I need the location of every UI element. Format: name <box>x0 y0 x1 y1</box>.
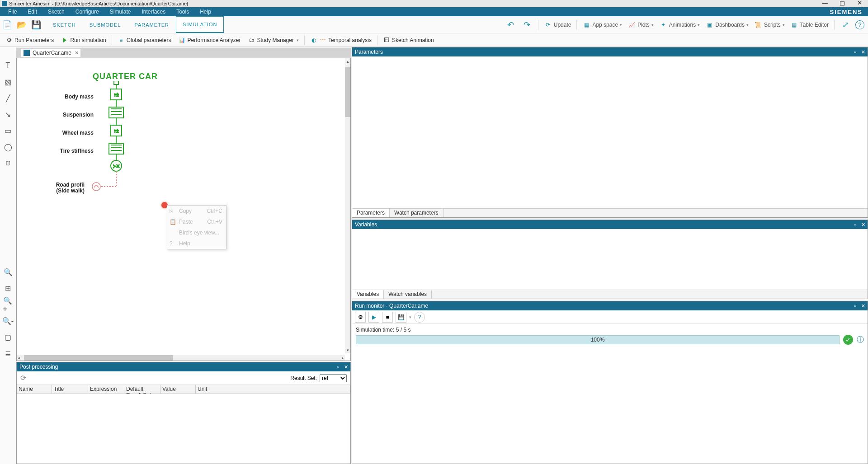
menu-edit[interactable]: Edit <box>22 9 42 15</box>
gear-icon: ⚙ <box>358 314 363 320</box>
close-button[interactable]: ✕ <box>851 0 868 7</box>
sketch-animation-button[interactable]: 🎞Sketch Animation <box>379 33 438 47</box>
run-parameters-button[interactable]: ⚙Run Parameters <box>2 33 57 47</box>
global-parameters-button[interactable]: ≡Global parameters <box>114 33 175 47</box>
menu-tools[interactable]: Tools <box>171 9 194 15</box>
ctx-help[interactable]: ?Help <box>167 238 226 249</box>
dock-icon[interactable]: ▫ <box>852 222 858 227</box>
temporal-analysis-button[interactable]: ◐〰Temporal analysis <box>307 33 375 47</box>
col-default-rs[interactable]: Default Result Set <box>124 385 160 394</box>
save-icon[interactable]: 💾 <box>30 19 42 31</box>
plots-button[interactable]: 📈Plots▾ <box>626 21 656 29</box>
undo-icon[interactable]: ↶ <box>505 19 517 31</box>
stop-button[interactable]: ■ <box>382 312 393 323</box>
col-expression[interactable]: Expression <box>88 385 124 394</box>
help-icon[interactable]: ? <box>855 20 864 29</box>
study-manager-button[interactable]: 🗂Study Manager▾ <box>245 33 302 47</box>
col-title[interactable]: Title <box>52 385 88 394</box>
col-value[interactable]: Value <box>160 385 196 394</box>
image-tool-icon[interactable]: ▧ <box>3 77 13 87</box>
close-panel-icon[interactable]: ✕ <box>860 222 866 227</box>
variables-body <box>352 229 868 290</box>
menu-interfaces[interactable]: Interfaces <box>136 9 171 15</box>
fit-icon[interactable]: ▢ <box>3 332 13 342</box>
tab-watch-variables[interactable]: Watch variables <box>384 290 432 299</box>
save-results-button[interactable]: 💾 <box>396 312 406 323</box>
parameters-header: Parameters ▫✕ <box>352 47 868 56</box>
svg-text:↑±: ↑± <box>114 92 119 97</box>
separator <box>576 20 577 30</box>
animations-button[interactable]: ✦Animations▾ <box>657 21 702 29</box>
tab-watch-parameters[interactable]: Watch parameters <box>390 209 443 217</box>
close-tab-icon[interactable]: ✕ <box>75 50 79 56</box>
update-button[interactable]: ⟳Update <box>542 21 573 29</box>
menu-file[interactable]: File <box>3 9 22 15</box>
chevron-down-icon: ▾ <box>698 23 700 27</box>
minimize-button[interactable]: — <box>816 0 834 7</box>
zoom-out-icon[interactable]: 🔍- <box>3 316 13 326</box>
tab-simulation[interactable]: SIMULATION <box>176 16 224 33</box>
dock-icon[interactable]: ▫ <box>335 364 340 370</box>
ellipse-tool-icon[interactable]: ◯ <box>3 142 13 152</box>
ctx-paste[interactable]: 📋PasteCtrl+V <box>167 216 226 227</box>
zoom-in-icon[interactable]: 🔍+ <box>3 300 13 309</box>
align-tool-icon[interactable]: ⎅ <box>3 158 13 168</box>
ctx-copy[interactable]: ⎘CopyCtrl+C <box>167 206 226 216</box>
menu-configure[interactable]: Configure <box>70 9 104 15</box>
col-unit[interactable]: Unit <box>196 385 350 394</box>
tab-variables[interactable]: Variables <box>352 290 384 299</box>
expand-icon[interactable]: ⤢ <box>839 19 852 31</box>
arrow-tool-icon[interactable]: ↘ <box>3 109 13 119</box>
ctx-birds-eye[interactable]: Bird's eye view... <box>167 227 226 238</box>
info-icon[interactable]: ⓘ <box>857 335 864 345</box>
zoom-tool-icon[interactable]: 🔍 <box>3 267 13 277</box>
zoom-area-icon[interactable]: ⊞ <box>3 283 13 293</box>
run-simulation-button[interactable]: Run simulation <box>57 33 109 47</box>
dock-icon[interactable]: ▫ <box>852 49 858 55</box>
play-button[interactable]: ▶ <box>368 312 379 323</box>
open-icon[interactable]: 📂 <box>15 19 28 31</box>
menu-sketch[interactable]: Sketch <box>42 9 70 15</box>
sketch-canvas[interactable]: QUARTER CAR Body mass Suspension Wheel m… <box>16 58 351 361</box>
chart-icon: 📊 <box>178 37 185 44</box>
horizontal-scrollbar[interactable]: ◂▸ <box>17 355 345 361</box>
tab-parameter[interactable]: PARAMETER <box>127 16 176 33</box>
pp-table-header: Name Title Expression Default Result Set… <box>17 385 350 394</box>
variables-panel: Variables ▫✕ Variables Watch variables <box>352 220 868 299</box>
rect-tool-icon[interactable]: ▭ <box>3 126 13 136</box>
col-name[interactable]: Name <box>17 385 52 394</box>
maximize-button[interactable]: ▢ <box>834 0 851 7</box>
tab-submodel[interactable]: SUBMODEL <box>83 16 128 33</box>
temporal-icon: ◐ <box>310 37 317 44</box>
text-tool-icon[interactable]: T <box>3 61 13 70</box>
close-panel-icon[interactable]: ✕ <box>860 303 866 309</box>
document-tab[interactable]: QuarterCar.ame ✕ <box>21 49 80 57</box>
help-icon: ? <box>418 314 421 320</box>
app-space-button[interactable]: ▦App space▾ <box>580 21 624 29</box>
settings-button[interactable]: ⚙ <box>355 312 366 323</box>
tab-parameters[interactable]: Parameters <box>352 209 390 217</box>
tab-sketch[interactable]: SKETCH <box>46 16 83 33</box>
run-monitor-title: Run monitor - QuarterCar.ame <box>355 303 428 309</box>
layers-icon[interactable]: ≣ <box>3 348 13 358</box>
scripts-button[interactable]: 📜Scripts▾ <box>752 21 787 29</box>
gear-icon: ⚙ <box>5 37 13 44</box>
chevron-down-icon[interactable]: ▾ <box>409 315 411 319</box>
vertical-scrollbar[interactable]: ▴▾ <box>345 58 350 353</box>
refresh-pp-icon[interactable]: ⟳ <box>20 374 26 382</box>
close-panel-icon[interactable]: ✕ <box>860 49 866 55</box>
help-button[interactable]: ? <box>414 312 425 323</box>
table-editor-button[interactable]: ▤Table Editor <box>788 21 830 29</box>
dashboards-button[interactable]: ▣Dashboards▾ <box>703 21 750 29</box>
close-panel-icon[interactable]: ✕ <box>343 364 349 370</box>
menu-simulate[interactable]: Simulate <box>104 9 137 15</box>
menu-help[interactable]: Help <box>194 9 217 15</box>
label-road-profil-1: Road profil <box>35 182 85 188</box>
performance-analyzer-button[interactable]: 📊Performance Analyzer <box>175 33 244 47</box>
table-icon: ▤ <box>790 21 798 29</box>
redo-icon[interactable]: ↷ <box>521 19 533 31</box>
dock-icon[interactable]: ▫ <box>852 303 858 309</box>
result-set-select[interactable]: ref <box>320 374 347 382</box>
new-icon[interactable]: 📄 <box>1 19 14 31</box>
line-tool-icon[interactable]: ╱ <box>3 93 13 103</box>
